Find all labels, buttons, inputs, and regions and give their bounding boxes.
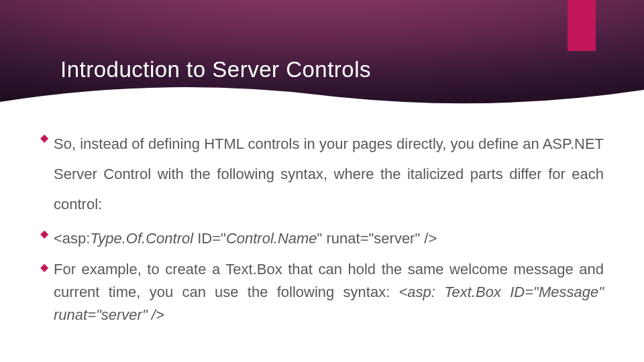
bullet-icon: ◆ — [40, 129, 48, 147]
slide-title: Introduction to Server Controls — [60, 57, 371, 82]
accent-block — [568, 0, 596, 51]
bullet-icon: ◆ — [40, 258, 48, 277]
slide-body: ◆ So, instead of defining HTML controls … — [0, 107, 644, 345]
code-italic: Type.Of.Control — [90, 230, 197, 247]
code-prefix: <asp: — [54, 230, 90, 247]
bullet-item: ◆ So, instead of defining HTML controls … — [40, 129, 604, 219]
bullet-text: So, instead of defining HTML controls in… — [54, 129, 604, 219]
bullet-lead: For — [54, 261, 76, 278]
code-mid: ID=" — [197, 230, 226, 247]
bullet-text: For example, to create a Text.Box that c… — [54, 258, 604, 326]
bullet-icon: ◆ — [40, 225, 48, 243]
bullet-text: <asp:Type.Of.Control ID="Control.Name" r… — [54, 225, 437, 253]
wave-divider — [0, 82, 644, 109]
code-italic: Control.Name — [226, 230, 317, 247]
code-suffix: " runat="server" /> — [317, 230, 437, 247]
bullet-item: ◆ <asp:Type.Of.Control ID="Control.Name"… — [40, 225, 604, 253]
slide-header: Introduction to Server Controls — [0, 0, 644, 107]
bullet-item: ◆ For example, to create a Text.Box that… — [40, 258, 604, 326]
